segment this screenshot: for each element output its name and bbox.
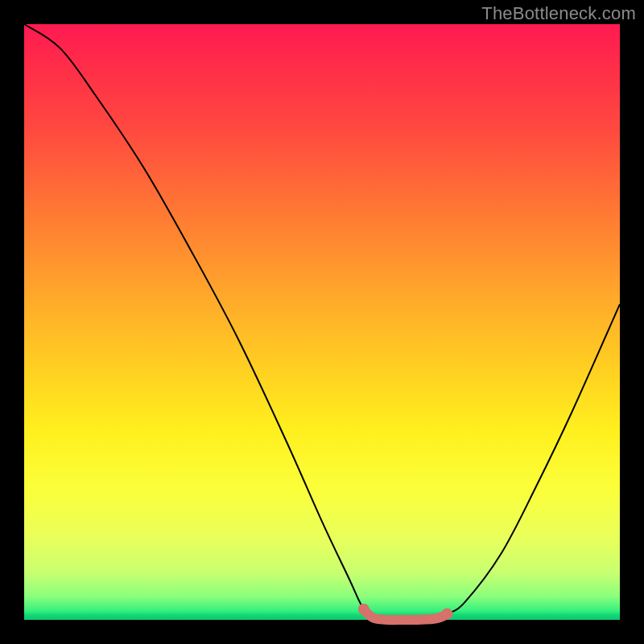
chart-outer-frame: TheBottleneck.com: [0, 0, 644, 644]
optimal-range-start-dot: [358, 604, 369, 615]
bottleneck-curve: [24, 24, 620, 620]
optimal-range-highlight: [364, 609, 448, 620]
watermark-text: TheBottleneck.com: [481, 3, 636, 24]
chart-svg: [24, 24, 620, 620]
chart-plot-area: [24, 24, 620, 620]
optimal-range-end-dot: [441, 609, 452, 620]
